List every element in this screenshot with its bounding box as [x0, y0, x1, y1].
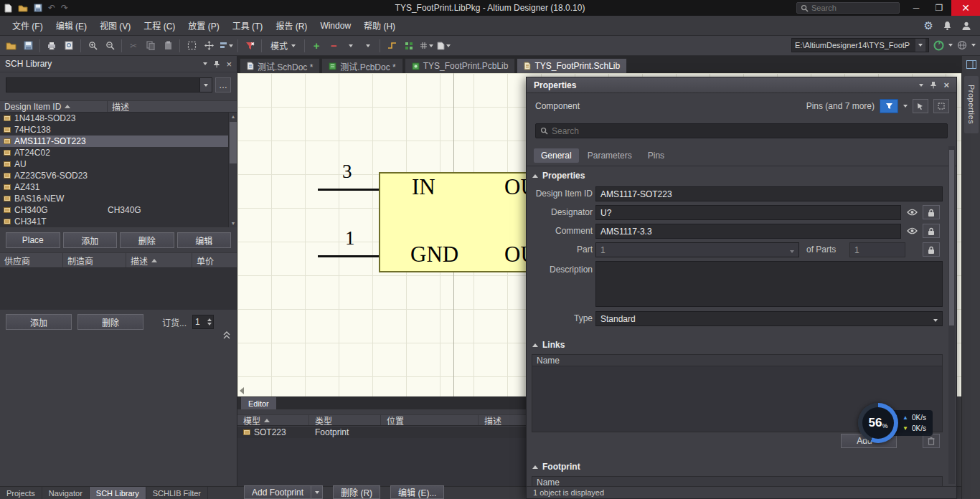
select-objects-button[interactable]: [913, 99, 928, 113]
undo-icon[interactable]: ↶: [48, 3, 55, 13]
component-row[interactable]: AU: [0, 158, 228, 170]
component-row[interactable]: CH341T: [0, 216, 228, 227]
component-row[interactable]: BAS16-NEW: [0, 193, 228, 204]
tab-parameters[interactable]: Parameters: [580, 148, 639, 163]
notifications-bell-icon[interactable]: [943, 21, 952, 31]
copy-icon[interactable]: [143, 38, 159, 54]
maximize-button[interactable]: ❐: [928, 0, 950, 16]
menu-file[interactable]: 文件 (F): [6, 16, 50, 35]
chevron-down-icon[interactable]: [903, 105, 908, 108]
pin-icon[interactable]: [930, 81, 937, 89]
column-location[interactable]: 位置: [381, 415, 479, 425]
component-row-selected[interactable]: AMS1117-SOT223: [0, 136, 228, 147]
component-filter-combobox[interactable]: [6, 77, 212, 92]
close-button[interactable]: ✕: [951, 0, 980, 16]
print-preview-icon[interactable]: [61, 38, 77, 54]
column-model[interactable]: 模型: [237, 415, 309, 425]
comment-lock-button[interactable]: [923, 224, 940, 238]
add-footprint-dropdown[interactable]: [311, 485, 323, 499]
print-icon[interactable]: [44, 38, 60, 54]
align-objects-dropdown[interactable]: [218, 38, 234, 54]
edit-footprint-button[interactable]: 编辑 (E)...: [390, 485, 444, 499]
grid-settings-dropdown[interactable]: [418, 38, 434, 54]
menu-tools[interactable]: 工具 (T): [226, 16, 270, 35]
sheet-options-dropdown[interactable]: [435, 38, 451, 54]
scroll-left-icon[interactable]: [240, 387, 244, 394]
paste-icon[interactable]: [160, 38, 176, 54]
panel-close-icon[interactable]: ×: [226, 60, 232, 69]
column-description[interactable]: 描述: [108, 101, 237, 112]
supplier-add-button[interactable]: 添加: [6, 314, 72, 330]
wire-tool-icon[interactable]: [384, 38, 400, 54]
menu-edit[interactable]: 编辑 (E): [50, 16, 93, 35]
menu-reports[interactable]: 报告 (R): [269, 16, 314, 35]
properties-dock-tab[interactable]: Properties: [964, 76, 979, 133]
model-row[interactable]: SOT223 Footprint: [237, 427, 531, 438]
type-select[interactable]: Standard: [595, 311, 943, 326]
column-type[interactable]: 类型: [309, 415, 381, 425]
part-lock-button[interactable]: [923, 242, 940, 257]
mode-dropdown[interactable]: 模式: [265, 37, 301, 54]
menu-place[interactable]: 放置 (P): [182, 16, 225, 35]
column-description2[interactable]: 描述: [126, 253, 192, 267]
scrollbar-thumb[interactable]: [230, 122, 237, 163]
component-row[interactable]: AZ431: [0, 181, 228, 193]
component-row[interactable]: 74HC138: [0, 124, 228, 136]
chevron-down-icon[interactable]: [915, 39, 925, 52]
menu-window[interactable]: Window: [314, 17, 357, 34]
menu-help[interactable]: 帮助 (H): [357, 16, 402, 35]
next-mode-dropdown[interactable]: [360, 38, 376, 54]
highlight-objects-button[interactable]: [933, 99, 949, 113]
properties-search-box[interactable]: [535, 123, 948, 138]
network-monitor-overlay[interactable]: 56 % ▲0K/s ▼0K/s: [858, 403, 933, 443]
clear-filter-icon[interactable]: [242, 38, 258, 54]
statusbar-tab-schlib-filter[interactable]: SCHLIB Filter: [146, 487, 208, 499]
snap-grid-icon[interactable]: [401, 38, 417, 54]
open-folder-icon[interactable]: [18, 4, 28, 12]
panel-menu-chevron-icon[interactable]: [919, 84, 923, 87]
zoom-in-icon[interactable]: [85, 38, 100, 54]
properties-panel-header[interactable]: Properties ×: [527, 77, 956, 93]
remove-mode-icon[interactable]: −: [326, 38, 341, 54]
chevron-down-icon[interactable]: [948, 44, 953, 47]
spinner-up-icon[interactable]: [207, 318, 212, 321]
tab-pcbdoc[interactable]: 测试.PcbDoc *: [321, 58, 402, 73]
of-parts-field[interactable]: 1: [849, 242, 905, 257]
scrollbar-thumb[interactable]: [949, 150, 954, 325]
new-document-icon[interactable]: [4, 4, 12, 13]
section-links[interactable]: Links: [532, 340, 565, 350]
component-filter-input[interactable]: [6, 78, 199, 92]
pin-3-wire[interactable]: [318, 189, 379, 191]
component-list-scrollbar[interactable]: ▲ ▼: [228, 113, 237, 227]
save-document-icon[interactable]: [20, 38, 36, 54]
tab-pins[interactable]: Pins: [641, 148, 672, 163]
prev-mode-dropdown[interactable]: [343, 38, 359, 54]
component-row[interactable]: AZ23C5V6-SOD23: [0, 170, 228, 181]
tab-editor[interactable]: Editor: [241, 397, 276, 409]
cut-icon[interactable]: ✂: [126, 38, 141, 54]
panel-close-icon[interactable]: ×: [943, 80, 949, 90]
tab-schlib-active[interactable]: TYS_FootPrint.SchLib: [517, 58, 627, 73]
add-component-button[interactable]: 添加: [63, 232, 118, 248]
column-supplier[interactable]: 供应商: [0, 253, 63, 267]
section-footprint[interactable]: Footprint: [532, 462, 580, 472]
column-model-description[interactable]: 描述: [479, 415, 531, 425]
component-row[interactable]: AT24C02: [0, 147, 228, 158]
open-document-icon[interactable]: [3, 38, 19, 54]
recent-path-combobox[interactable]: E:\AltiumDesigner14\TYS_FootP: [791, 38, 929, 52]
description-field[interactable]: [595, 261, 943, 307]
statusbar-tab-sch-library[interactable]: SCH Library: [90, 487, 146, 499]
column-unit-price[interactable]: 单价: [192, 253, 237, 267]
add-mode-icon[interactable]: +: [308, 38, 324, 54]
properties-search-input[interactable]: [552, 126, 943, 136]
component-row[interactable]: 1N4148-SOD23: [0, 113, 228, 124]
comment-visibility-eye-icon[interactable]: [905, 224, 918, 238]
section-properties[interactable]: Properties: [532, 171, 585, 181]
minimize-button[interactable]: ─: [905, 0, 927, 16]
delete-component-button[interactable]: 删除: [120, 232, 174, 248]
filter-funnel-button[interactable]: [880, 99, 898, 113]
move-object-icon[interactable]: [201, 38, 217, 54]
scroll-up-icon[interactable]: ▲: [229, 113, 237, 120]
properties-scrollbar[interactable]: [948, 146, 955, 484]
settings-gear-icon[interactable]: ⚙: [924, 20, 933, 31]
